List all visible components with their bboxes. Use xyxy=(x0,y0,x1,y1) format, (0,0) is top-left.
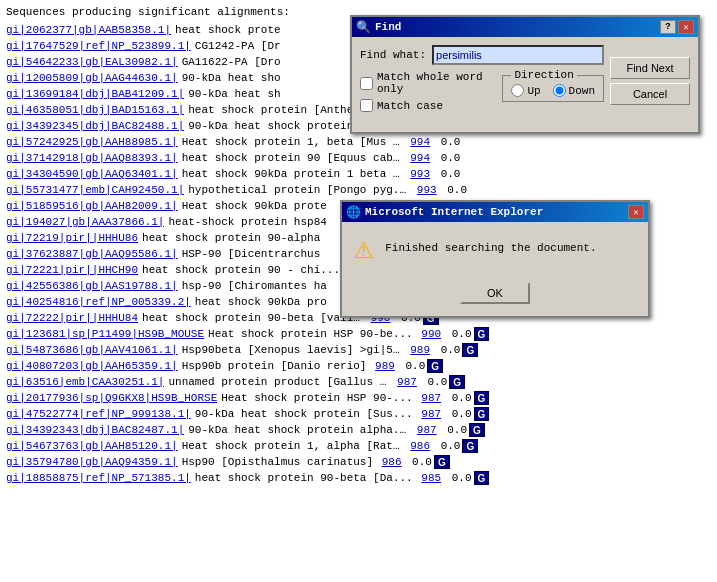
warning-icon: ⚠ xyxy=(354,234,373,266)
sequence-link[interactable]: gi|54673763|gb|AAH85120.1| xyxy=(6,438,178,454)
sequence-link[interactable]: gi|17647529|ref|NP_523899.1| xyxy=(6,38,191,54)
evalue: 0.0 xyxy=(421,374,447,390)
table-row: gi|35794780|gb|AAQ94359.1|Hsp90 [Opistha… xyxy=(6,454,711,470)
find-title-icon: 🔍 xyxy=(356,20,371,35)
ie-message: Finished searching the document. xyxy=(385,234,596,254)
sequence-desc: 90-kDa heat sh xyxy=(188,86,280,102)
sequence-link[interactable]: gi|72219|pir||HHHU86 xyxy=(6,230,138,246)
score-link[interactable]: 994 xyxy=(410,150,430,166)
evalue: 0.0 xyxy=(445,390,471,406)
sequence-link[interactable]: gi|194027|gb|AAA37866.1| xyxy=(6,214,164,230)
sequence-link[interactable]: gi|2062377|gb|AAB58358.1| xyxy=(6,22,171,38)
sequence-link[interactable]: gi|47522774|ref|NP_999138.1| xyxy=(6,406,191,422)
score-link[interactable]: 987 xyxy=(421,406,441,422)
score-link[interactable]: 987 xyxy=(421,390,441,406)
sequence-link[interactable]: gi|18858875|ref|NP_571385.1| xyxy=(6,470,191,486)
sequence-desc: Heat shock protein HSP 90-be... xyxy=(208,326,413,342)
sequence-link[interactable]: gi|63516|emb|CAA30251.1| xyxy=(6,374,164,390)
g-button[interactable]: G xyxy=(434,455,450,469)
sequence-link[interactable]: gi|57242925|gb|AAH88985.1| xyxy=(6,134,178,150)
sequence-link[interactable]: gi|34304590|gb|AAQ63401.1| xyxy=(6,166,178,182)
table-row: gi|57242925|gb|AAH88985.1|Heat shock pro… xyxy=(6,134,711,150)
sequence-link[interactable]: gi|34392345|dbj|BAC82488.1| xyxy=(6,118,184,134)
score-link[interactable]: 993 xyxy=(410,166,430,182)
sequence-desc: unnamed protein product [Gallus ga... xyxy=(168,374,388,390)
sequence-link[interactable]: gi|51859516|gb|AAH82009.1| xyxy=(6,198,178,214)
sequence-link[interactable]: gi|54873686|gb|AAV41061.1| xyxy=(6,342,178,358)
score-link[interactable]: 993 xyxy=(417,182,437,198)
ie-close-button[interactable]: ✕ xyxy=(628,205,644,219)
evalue: 0.0 xyxy=(434,150,460,166)
score-link[interactable]: 986 xyxy=(382,454,402,470)
direction-legend: Direction xyxy=(511,69,576,81)
ie-title-icon: 🌐 xyxy=(346,205,361,220)
evalue: 0.0 xyxy=(406,454,432,470)
sequence-link[interactable]: gi|42556386|gb|AAS19788.1| xyxy=(6,278,178,294)
down-radio[interactable] xyxy=(553,84,566,97)
score-link[interactable]: 994 xyxy=(410,134,430,150)
sequence-link[interactable]: gi|34392343|dbj|BAC82487.1| xyxy=(6,422,184,438)
table-row: gi|63516|emb|CAA30251.1|unnamed protein … xyxy=(6,374,711,390)
sequence-link[interactable]: gi|35794780|gb|AAQ94359.1| xyxy=(6,454,178,470)
match-whole-word-checkbox[interactable] xyxy=(360,77,373,90)
find-what-input[interactable] xyxy=(432,45,604,65)
sequence-link[interactable]: gi|55731477|emb|CAH92450.1| xyxy=(6,182,184,198)
sequence-link[interactable]: gi|72221|pir||HHCH90 xyxy=(6,262,138,278)
g-button[interactable]: G xyxy=(474,471,490,485)
table-row: gi|55731477|emb|CAH92450.1|hypothetical … xyxy=(6,182,711,198)
sequence-link[interactable]: gi|20177936|sp|Q9GKX8|HS9B_HORSE xyxy=(6,390,217,406)
sequence-desc: Heat shock protein 1, alpha [Rat... xyxy=(182,438,402,454)
score-link[interactable]: 989 xyxy=(375,358,395,374)
up-radio-label[interactable]: Up xyxy=(511,84,540,97)
sequence-link[interactable]: gi|13699184|dbj|BAB41209.1| xyxy=(6,86,184,102)
sequence-desc: heat shock protein 90-beta [Da... xyxy=(195,470,413,486)
g-button[interactable]: G xyxy=(462,343,478,357)
sequence-link[interactable]: gi|40807203|gb|AAH65359.1| xyxy=(6,358,178,374)
g-button[interactable]: G xyxy=(449,375,465,389)
g-button[interactable]: G xyxy=(474,391,490,405)
ie-ok-button[interactable]: OK xyxy=(460,282,530,304)
score-link[interactable]: 985 xyxy=(421,470,441,486)
g-button[interactable]: G xyxy=(474,407,490,421)
find-next-button[interactable]: Find Next xyxy=(610,57,690,79)
table-row: gi|47522774|ref|NP_999138.1|90-kDa heat … xyxy=(6,406,711,422)
score-link[interactable]: 986 xyxy=(410,438,430,454)
sequence-link[interactable]: gi|40254816|ref|NP_005339.2| xyxy=(6,294,191,310)
sequence-link[interactable]: gi|72222|pir||HHHU84 xyxy=(6,310,138,326)
sequence-desc: 90-kDa heat shock protein alpha... xyxy=(188,422,408,438)
g-button[interactable]: G xyxy=(474,327,490,341)
find-dialog: 🔍 Find ? ✕ Find what: Match whole word o… xyxy=(350,15,700,134)
sequence-desc: hypothetical protein [Pongo pyg... xyxy=(188,182,408,198)
sequence-link[interactable]: gi|123681|sp|P11499|HS9B_MOUSE xyxy=(6,326,204,342)
down-radio-label[interactable]: Down xyxy=(553,84,595,97)
table-row: gi|18858875|ref|NP_571385.1|heat shock p… xyxy=(6,470,711,486)
find-close-button[interactable]: ✕ xyxy=(678,20,694,34)
sequence-desc: heat shock protein 90-alpha xyxy=(142,230,320,246)
score-link[interactable]: 987 xyxy=(397,374,417,390)
sequence-link[interactable]: gi|46358051|dbj|BAD15163.1| xyxy=(6,102,184,118)
sequence-link[interactable]: gi|37142918|gb|AAQ88393.1| xyxy=(6,150,178,166)
match-whole-word-label[interactable]: Match whole word only xyxy=(360,71,486,95)
find-dialog-titlebar: 🔍 Find ? ✕ xyxy=(352,17,698,37)
cancel-button[interactable]: Cancel xyxy=(610,83,690,105)
sequence-desc: Heat shock protein HSP 90-... xyxy=(221,390,412,406)
g-button[interactable]: G xyxy=(469,423,485,437)
g-button[interactable]: G xyxy=(462,439,478,453)
score-link[interactable]: 987 xyxy=(417,422,437,438)
match-case-label[interactable]: Match case xyxy=(360,99,486,112)
sequence-desc: heat shock 90kDa protein 1 beta ... xyxy=(182,166,402,182)
find-help-button[interactable]: ? xyxy=(660,20,676,34)
match-case-checkbox[interactable] xyxy=(360,99,373,112)
sequence-desc: heat shock protein 90-beta [validated]..… xyxy=(142,310,362,326)
table-row: gi|34392343|dbj|BAC82487.1|90-kDa heat s… xyxy=(6,422,711,438)
sequence-link[interactable]: gi|12005809|gb|AAG44630.1| xyxy=(6,70,178,86)
up-radio[interactable] xyxy=(511,84,524,97)
score-link[interactable]: 989 xyxy=(410,342,430,358)
sequence-desc: hsp-90 [Chiromantes ha xyxy=(182,278,327,294)
sequence-desc: Heat shock protein 1, beta [Mus ... xyxy=(182,134,402,150)
sequence-link[interactable]: gi|37623887|gb|AAQ95586.1| xyxy=(6,246,178,262)
score-link[interactable]: 990 xyxy=(421,326,441,342)
table-row: gi|54873686|gb|AAV41061.1|Hsp90beta [Xen… xyxy=(6,342,711,358)
sequence-link[interactable]: gi|54642233|gb|EAL30982.1| xyxy=(6,54,178,70)
g-button[interactable]: G xyxy=(427,359,443,373)
